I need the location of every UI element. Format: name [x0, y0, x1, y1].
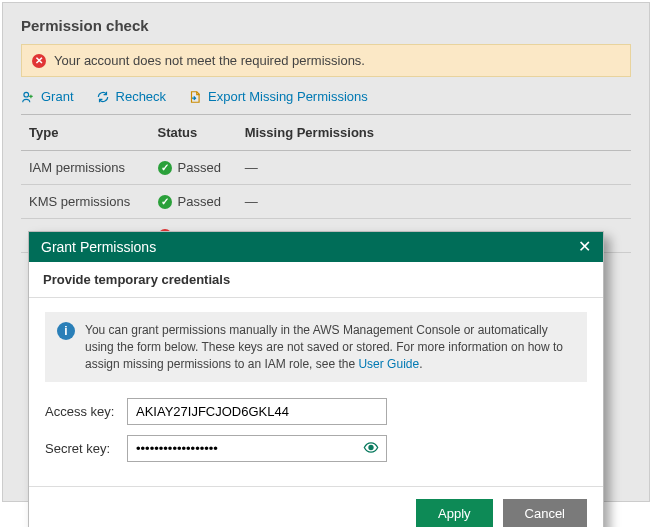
cancel-button[interactable]: Cancel: [503, 499, 587, 527]
svg-point-0: [24, 92, 29, 97]
error-icon: ✕: [32, 54, 46, 68]
alert-banner: ✕ Your account does not meet the require…: [21, 44, 631, 77]
user-guide-link[interactable]: User Guide: [358, 357, 419, 371]
grant-permissions-dialog: Grant Permissions ✕ Provide temporary cr…: [28, 231, 604, 527]
access-key-input[interactable]: [127, 398, 387, 425]
alert-text: Your account does not meet the required …: [54, 53, 365, 68]
cell-status: Passed: [178, 160, 221, 175]
grant-button[interactable]: Grant: [21, 89, 74, 104]
table-row: IAM permissions ✓Passed —: [21, 151, 631, 185]
refresh-icon: [96, 90, 110, 104]
close-icon[interactable]: ✕: [578, 239, 591, 255]
svg-point-1: [369, 445, 373, 449]
cell-status: Passed: [178, 194, 221, 209]
toolbar: Grant Recheck Export Missing Permissions: [21, 87, 631, 114]
cell-type: IAM permissions: [21, 151, 150, 185]
export-button[interactable]: Export Missing Permissions: [188, 89, 368, 104]
info-icon: i: [57, 322, 75, 340]
cell-type: KMS permissions: [21, 185, 150, 219]
check-icon: ✓: [158, 161, 172, 175]
secret-key-label: Secret key:: [45, 441, 117, 456]
col-type: Type: [21, 115, 150, 151]
info-suffix: .: [419, 357, 422, 371]
dialog-subtitle: Provide temporary credentials: [29, 262, 603, 298]
dialog-header: Grant Permissions ✕: [29, 232, 603, 262]
apply-button[interactable]: Apply: [416, 499, 493, 527]
table-row: KMS permissions ✓Passed —: [21, 185, 631, 219]
recheck-button[interactable]: Recheck: [96, 89, 167, 104]
grant-icon: [21, 90, 35, 104]
check-icon: ✓: [158, 195, 172, 209]
page-title: Permission check: [21, 13, 631, 44]
cell-missing: —: [237, 185, 631, 219]
export-icon: [188, 90, 202, 104]
access-key-label: Access key:: [45, 404, 117, 419]
eye-icon[interactable]: [363, 439, 379, 458]
col-missing: Missing Permissions: [237, 115, 631, 151]
cell-missing: —: [237, 151, 631, 185]
export-label: Export Missing Permissions: [208, 89, 368, 104]
info-box: i You can grant permissions manually in …: [45, 312, 587, 382]
info-text-wrap: You can grant permissions manually in th…: [85, 322, 575, 372]
secret-key-input[interactable]: [127, 435, 387, 462]
info-text: You can grant permissions manually in th…: [85, 323, 563, 371]
grant-label: Grant: [41, 89, 74, 104]
col-status: Status: [150, 115, 237, 151]
dialog-title: Grant Permissions: [41, 239, 156, 255]
recheck-label: Recheck: [116, 89, 167, 104]
